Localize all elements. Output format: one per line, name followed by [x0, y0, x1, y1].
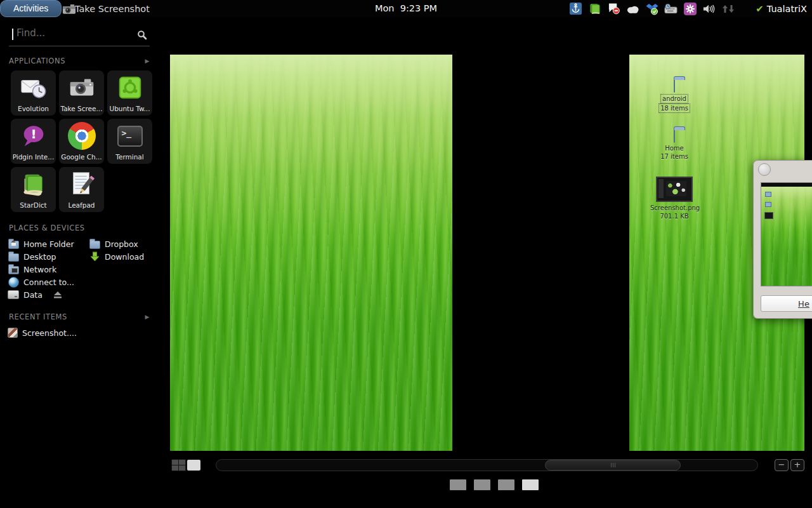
radio-button[interactable]: [758, 163, 771, 176]
app-label: StarDict: [20, 201, 46, 209]
workspace-thumbnail-1[interactable]: [170, 55, 452, 451]
text-caret: [12, 29, 13, 40]
app-menu-title: Take Screenshot: [75, 4, 150, 14]
desktop-icon-home[interactable]: Home 17 items: [650, 130, 698, 161]
place-label: Dropbox: [105, 239, 138, 249]
recent-item-label: Screenshot....: [22, 328, 77, 338]
cloud-icon[interactable]: [626, 2, 639, 15]
status-check-icon: ✔: [756, 3, 764, 15]
app-label: Evolution: [18, 105, 49, 112]
camera-icon: [62, 3, 76, 15]
mini-folder-icon: [765, 202, 771, 207]
folder-icon: [89, 239, 100, 249]
place-label: Connect to...: [23, 277, 74, 287]
place-label: Home Folder: [23, 239, 74, 249]
grid-cell: [179, 460, 185, 465]
grip-mark: [615, 463, 615, 467]
zoom-out-button[interactable]: −: [775, 459, 789, 471]
scrollbar-thumb[interactable]: [545, 460, 681, 471]
places-label: PLACES & DEVICES: [9, 224, 85, 232]
place-label: Download: [105, 252, 144, 262]
eject-button[interactable]: [53, 291, 62, 299]
anchor-icon[interactable]: [569, 2, 582, 15]
place-connect-to[interactable]: Connect to...: [8, 276, 89, 288]
application-grid: Evolution Take Scree... Ubuntu Tw... ! P…: [0, 70, 159, 212]
svg-text:!: !: [30, 126, 36, 142]
desktop-folder-icon: [8, 251, 19, 262]
globe-icon: [8, 277, 19, 288]
dropbox-icon[interactable]: [645, 2, 658, 15]
overview-dash: APPLICATIONS ▶ Evolution Take Scree...: [0, 17, 159, 508]
volume-icon[interactable]: [702, 2, 716, 15]
search-box[interactable]: [9, 27, 150, 46]
page-indicator-2[interactable]: [474, 479, 490, 490]
search-icon: [137, 30, 147, 40]
dictionary-icon[interactable]: [588, 2, 601, 15]
user-menu[interactable]: ✔ TualatriX: [756, 0, 807, 17]
place-download[interactable]: Download: [89, 250, 144, 263]
place-home-folder[interactable]: Home Folder: [8, 237, 89, 250]
applications-header: APPLICATIONS ▶: [9, 57, 150, 65]
evolution-icon: [19, 70, 48, 105]
place-data-drive[interactable]: Data: [8, 288, 89, 301]
help-button[interactable]: He: [761, 295, 812, 312]
app-terminal[interactable]: >_ Terminal: [107, 119, 152, 164]
app-label: Ubuntu Tw...: [109, 105, 150, 112]
screenshot-thumbnail-icon: [656, 177, 693, 202]
app-take-screenshot[interactable]: Take Scree...: [59, 70, 104, 116]
clock[interactable]: Mon 9:23 PM: [375, 0, 437, 17]
app-leafpad[interactable]: Leafpad: [59, 167, 104, 212]
zoom-in-button[interactable]: +: [790, 459, 804, 471]
stardict-icon: [19, 167, 48, 201]
recent-items-header: RECENT ITEMS ▶: [9, 312, 150, 321]
recent-item-screenshot[interactable]: Screenshot....: [8, 326, 159, 339]
app-label: Take Scree...: [60, 105, 102, 112]
app-google-chrome[interactable]: Google Ch...: [59, 119, 104, 164]
activities-button[interactable]: Activities: [0, 0, 62, 17]
page-indicator-1[interactable]: [450, 479, 466, 490]
places-list: Home Folder Desktop Network Connect to..…: [0, 237, 159, 301]
screenshot-preview: [761, 182, 812, 286]
top-bar: Activities Take Screenshot Mon 9:23 PM: [0, 0, 812, 17]
app-ubuntu-tweak[interactable]: Ubuntu Tw...: [107, 70, 152, 116]
page-indicator-4[interactable]: [522, 479, 539, 490]
app-label: Leafpad: [68, 201, 95, 209]
page-indicator-3[interactable]: [498, 479, 514, 490]
app-stardict[interactable]: StarDict: [11, 167, 56, 212]
places-header: PLACES & DEVICES: [9, 224, 150, 232]
network-arrows-icon[interactable]: [721, 2, 735, 15]
app-label: Pidgin Inte...: [13, 153, 55, 161]
search-input[interactable]: [15, 27, 132, 39]
drive-icon: [8, 290, 19, 299]
workspace-scrollbar[interactable]: [216, 459, 758, 471]
keyboard-input-icon[interactable]: [664, 2, 678, 15]
place-desktop[interactable]: Desktop: [8, 250, 89, 263]
recent-items-expand-arrow[interactable]: ▶: [145, 314, 150, 320]
single-view-button[interactable]: [187, 460, 200, 471]
terminal-icon: >_: [117, 119, 143, 153]
workspace-page-indicators: [450, 479, 539, 490]
grid-view-button[interactable]: [171, 459, 187, 471]
app-label: Google Ch...: [61, 153, 102, 161]
recent-items-label: RECENT ITEMS: [9, 312, 67, 321]
chat-busy-icon[interactable]: [607, 2, 620, 15]
desktop-icon-screenshot-png[interactable]: Screenshot.png 701.1 KB: [650, 177, 698, 220]
tweak-gear-icon[interactable]: [683, 2, 697, 15]
screenshot-dialog-window[interactable]: He: [753, 160, 812, 319]
place-label: Desktop: [23, 252, 56, 262]
username: TualatriX: [767, 4, 807, 14]
applications-expand-arrow[interactable]: ▶: [145, 58, 150, 64]
place-dropbox[interactable]: Dropbox: [89, 237, 144, 250]
desktop-icon-detail: 18 items: [658, 104, 690, 113]
app-evolution[interactable]: Evolution: [11, 70, 56, 116]
folder-icon: [674, 79, 675, 93]
place-label: Data: [23, 290, 43, 300]
gnome-shell-overview: Activities Take Screenshot Mon 9:23 PM: [0, 0, 812, 508]
grip-mark: [611, 463, 612, 467]
download-arrow-icon: [89, 251, 100, 262]
app-pidgin[interactable]: ! Pidgin Inte...: [11, 119, 56, 164]
desktop-icon-label: Screenshot.png: [650, 204, 700, 211]
app-menu[interactable]: Take Screenshot: [62, 0, 150, 17]
place-network[interactable]: Network: [8, 263, 89, 276]
desktop-icon-android[interactable]: android 18 items: [650, 80, 698, 113]
